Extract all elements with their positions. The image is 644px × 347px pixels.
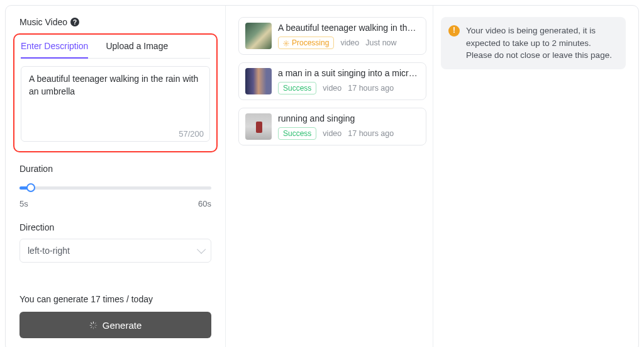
status-badge: Processing [278, 37, 334, 49]
config-column: Music Video ? Enter Description Upload a… [6, 6, 226, 347]
card-time: 17 hours ago [348, 84, 394, 93]
duration-slider[interactable] [19, 180, 211, 195]
queue-card[interactable]: A beautiful teenager walking in the rain… [238, 17, 426, 55]
card-type: video [323, 129, 341, 138]
svg-line-3 [95, 326, 96, 327]
card-time: 17 hours ago [348, 129, 394, 138]
svg-line-15 [284, 45, 285, 45]
svg-line-14 [287, 45, 288, 45]
card-type: video [340, 38, 359, 47]
section-title: Music Video [19, 17, 67, 27]
card-body: A beautiful teenager walking in the rain… [278, 23, 419, 49]
svg-line-2 [91, 322, 92, 324]
card-meta: Success video 17 hours ago [278, 127, 419, 140]
char-count: 57/200 [179, 129, 204, 139]
notice-text: Your video is being generated, it is exp… [466, 25, 617, 62]
notice-column: ! Your video is being generated, it is e… [433, 6, 638, 347]
card-time: Just now [365, 38, 396, 47]
duration-min: 5s [19, 199, 28, 208]
svg-line-13 [284, 42, 285, 42]
video-thumbnail [245, 113, 272, 140]
warning-icon: ! [448, 25, 460, 37]
tab-enter-description[interactable]: Enter Description [21, 35, 88, 59]
generate-label: Generate [103, 320, 142, 331]
quota-text: You can generate 17 times / today [19, 294, 211, 304]
generate-button[interactable]: Generate [19, 312, 211, 338]
status-text: Success [283, 129, 311, 138]
queue-card[interactable]: running and singing Success video 17 hou… [238, 108, 426, 145]
slider-rail [19, 186, 211, 190]
duration-label: Duration [19, 164, 211, 174]
description-highlight: Enter Description Upload a Image 57/200 [13, 33, 218, 152]
direction-select[interactable]: left-to-right [19, 239, 211, 263]
status-badge: Success [278, 82, 316, 94]
help-icon[interactable]: ? [70, 18, 79, 26]
tab-upload-image[interactable]: Upload a Image [106, 35, 168, 59]
queue-column: A beautiful teenager walking in the rain… [226, 6, 433, 347]
generation-notice: ! Your video is being generated, it is e… [441, 17, 626, 69]
svg-line-6 [91, 326, 92, 327]
chevron-down-icon [197, 245, 206, 254]
loading-icon [89, 321, 97, 329]
card-title: A beautiful teenager walking in the rain… [278, 23, 419, 33]
card-meta: Success video 17 hours ago [278, 82, 419, 94]
card-meta: Processing video Just now [278, 37, 419, 49]
video-thumbnail [245, 23, 272, 49]
status-text: Success [283, 84, 311, 93]
app-panel: Music Video ? Enter Description Upload a… [5, 5, 639, 347]
svg-line-7 [95, 322, 96, 324]
section-title-row: Music Video ? [19, 17, 211, 27]
card-body: a man in a suit singing into a microphon… [278, 68, 419, 94]
processing-icon [283, 40, 289, 46]
slider-thumb[interactable] [26, 183, 35, 192]
description-wrap: 57/200 [21, 66, 210, 144]
queue-card[interactable]: a man in a suit singing into a microphon… [238, 62, 426, 100]
svg-point-8 [286, 43, 287, 45]
svg-line-16 [287, 42, 288, 42]
card-type: video [323, 84, 341, 93]
status-badge: Success [278, 127, 316, 140]
status-text: Processing [292, 38, 329, 47]
direction-value: left-to-right [28, 246, 70, 256]
input-tabs: Enter Description Upload a Image [21, 35, 210, 59]
video-thumbnail [245, 68, 272, 94]
duration-max: 60s [198, 199, 211, 208]
card-title: a man in a suit singing into a microphon… [278, 68, 419, 78]
card-body: running and singing Success video 17 hou… [278, 113, 419, 140]
direction-label: Direction [19, 222, 211, 232]
duration-range: 5s 60s [19, 199, 211, 208]
card-title: running and singing [278, 113, 419, 123]
